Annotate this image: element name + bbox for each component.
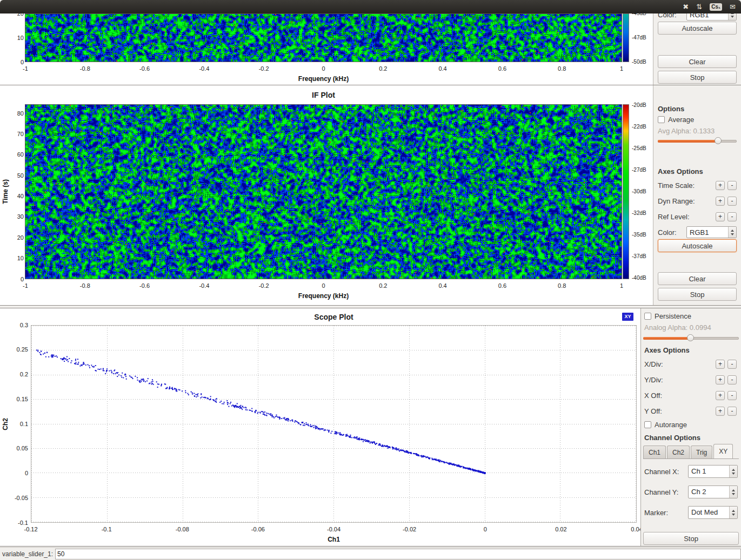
persistence-checkbox[interactable] — [644, 313, 651, 320]
if-waterfall-plot[interactable] — [25, 104, 622, 279]
spin-down-icon[interactable] — [732, 473, 735, 475]
tick-label: 50 — [17, 173, 24, 179]
decrease-button[interactable]: - — [727, 407, 737, 416]
if-clear-button[interactable]: Clear — [658, 272, 737, 285]
tick-label: -0.2 — [259, 66, 269, 72]
slider-handle[interactable] — [715, 137, 722, 144]
spectrum-waterfall-plot[interactable] — [25, 14, 622, 62]
colorbar-tick-label: -32dB — [632, 211, 646, 216]
spinner-arrows[interactable] — [729, 486, 737, 498]
tick-label: 0 — [21, 276, 24, 282]
scope-control-panel: Persistence Analog Alpha: 0.0994 Axes Op… — [640, 308, 741, 546]
tick-label: 0 — [21, 59, 24, 65]
decrease-button[interactable]: - — [727, 360, 737, 369]
average-label: Average — [668, 116, 694, 124]
scope-y-axis-ticks: 0.30.250.20.150.10.050-0.05-0.1 — [13, 325, 28, 523]
mail-indicator-icon[interactable]: ✉ — [730, 3, 736, 10]
if-color-row: Color: RGB1 — [658, 226, 737, 238]
spectrum-colormap-select[interactable]: RGB1 — [686, 14, 737, 21]
decrease-button[interactable]: - — [727, 181, 737, 190]
avg-alpha-slider[interactable] — [658, 137, 737, 145]
spin-up-icon[interactable] — [732, 510, 735, 512]
spectrum-color-row: Color: RGB1 — [658, 14, 737, 21]
tick-label: 0.02 — [555, 527, 566, 533]
scope-stop-button[interactable]: Stop — [643, 532, 739, 545]
increase-button[interactable]: + — [716, 197, 725, 206]
increase-button[interactable]: + — [716, 375, 725, 384]
tick-label: -0.1 — [18, 520, 28, 526]
spinner-arrows[interactable] — [728, 227, 736, 238]
increase-button[interactable]: + — [716, 212, 725, 221]
scope-xy-plot[interactable] — [31, 325, 637, 523]
persistence-label: Persistence — [655, 312, 691, 320]
if-stop-button[interactable]: Stop — [658, 288, 737, 301]
tick-label: 0.6 — [498, 66, 506, 72]
spin-up-icon[interactable] — [732, 469, 735, 471]
spectrum-clear-button[interactable]: Clear — [658, 55, 737, 68]
increase-button[interactable]: + — [716, 181, 725, 190]
keyboard-layout-indicator[interactable]: Cs₁ — [710, 3, 722, 11]
increase-button[interactable]: + — [716, 407, 725, 416]
axes-option-label: X/Div: — [644, 360, 713, 368]
marker-select[interactable]: Dot Med — [688, 506, 738, 519]
marker-label: Marker: — [644, 509, 688, 517]
indicator-network-icon[interactable]: ✖ — [683, 3, 689, 10]
tick-label: 0.25 — [17, 347, 28, 353]
variable-slider-input[interactable] — [55, 549, 741, 559]
spinner-arrows[interactable] — [728, 14, 736, 20]
spin-up-icon[interactable] — [731, 230, 734, 232]
spin-down-icon[interactable] — [732, 514, 735, 516]
spin-down-icon[interactable] — [732, 493, 735, 495]
average-checkbox[interactable] — [658, 116, 665, 123]
decrease-button[interactable]: - — [727, 375, 737, 384]
variable-slider-label: variable_slider_1: — [2, 550, 53, 558]
colormap-value: RGB1 — [687, 227, 728, 238]
tab-xy[interactable]: XY — [713, 444, 733, 458]
xy-legend-badge[interactable]: XY — [622, 313, 633, 321]
tick-label: 60 — [17, 152, 24, 158]
tick-label: -0.6 — [139, 66, 150, 72]
decrease-button[interactable]: - — [727, 212, 737, 221]
if-colormap-select[interactable]: RGB1 — [686, 226, 737, 238]
axes-options-header: Axes Options — [644, 346, 690, 354]
spectrum-y-axis-ticks: 20100 — [10, 14, 24, 62]
autorange-checkbox[interactable] — [644, 421, 651, 428]
if-autoscale-button[interactable]: Autoscale — [658, 239, 737, 252]
spectrum-stop-button[interactable]: Stop — [658, 71, 737, 84]
channel-x-select[interactable]: Ch 1 — [688, 465, 738, 478]
tick-label: 0 — [322, 66, 325, 72]
tick-label: -0.06 — [251, 527, 265, 533]
if-plot-section: IF Plot Time (s) 80706050403020100 -20dB… — [0, 85, 653, 305]
indicator-sync-arrows-icon[interactable]: ⇅ — [696, 3, 702, 10]
spinner-arrows[interactable] — [729, 507, 737, 518]
spinner-arrows[interactable] — [729, 465, 737, 477]
autorange-option: Autorange — [644, 421, 737, 429]
decrease-button[interactable]: - — [727, 391, 737, 400]
colorbar-tick-label: -40dB — [632, 275, 646, 281]
tick-label: 70 — [17, 131, 24, 137]
slider-handle[interactable] — [687, 334, 694, 341]
tick-label: 0.8 — [558, 283, 566, 289]
increase-button[interactable]: + — [716, 391, 725, 400]
spin-down-icon[interactable] — [731, 233, 734, 235]
tick-label: -0.6 — [139, 283, 150, 289]
persistence-option: Persistence — [644, 312, 737, 320]
spin-up-icon[interactable] — [731, 14, 734, 14]
spin-down-icon[interactable] — [731, 16, 734, 18]
increase-button[interactable]: + — [716, 360, 725, 369]
spectrum-x-axis-ticks: -1-0.8-0.6-0.4-0.200.20.40.60.81 — [25, 66, 622, 72]
decrease-button[interactable]: - — [727, 197, 737, 206]
spectrum-autoscale-button[interactable]: Autoscale — [658, 22, 737, 35]
tick-label: 0.8 — [558, 66, 566, 72]
tab-trig[interactable]: Trig — [691, 446, 712, 458]
colorbar-tick-label: -30dB — [632, 189, 646, 194]
tab-ch2[interactable]: Ch2 — [667, 446, 690, 458]
colorbar-tick-label: -47dB — [632, 35, 646, 41]
channel-y-select[interactable]: Ch 2 — [688, 485, 738, 498]
tick-label: -1 — [23, 283, 28, 289]
colorbar-tick-label: -37dB — [632, 254, 646, 259]
tick-label: -0.05 — [15, 495, 28, 501]
spin-up-icon[interactable] — [732, 489, 735, 491]
tab-ch1[interactable]: Ch1 — [643, 446, 666, 458]
analog-alpha-slider[interactable] — [643, 334, 739, 342]
